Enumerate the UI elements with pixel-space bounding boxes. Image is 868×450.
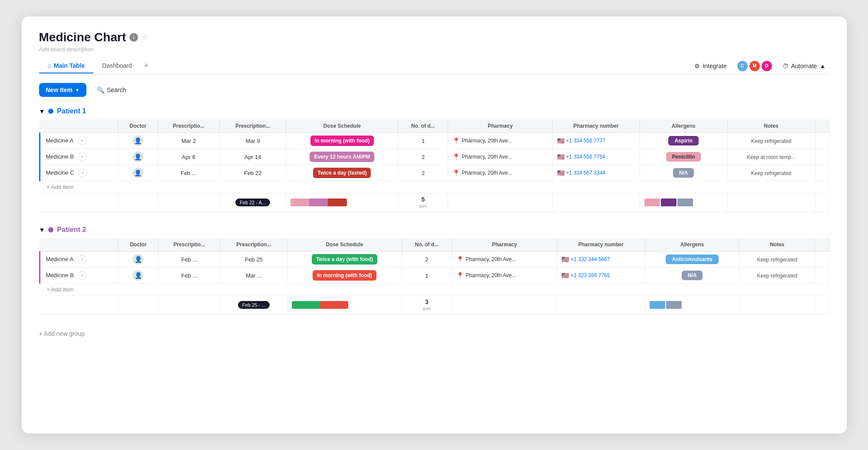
board-description[interactable]: Add board description [39,46,829,53]
cell-phone-patient2-1: 🇺🇸 +1 323 556 7765 [557,268,645,284]
cell-phone-patient1-2: 🇺🇸 +1 334 567 3344 [552,165,640,181]
cell-doctor-patient2-0: 👤 [119,251,158,268]
col-header-patient1-9: Notes [727,119,815,133]
cell-dose-patient2-1[interactable]: In morning (with food) [287,268,402,284]
cell-dose-patient1-0[interactable]: In morning (with food) [286,133,398,149]
cell-name-patient1-1: Medicine B + [40,149,119,165]
phone-link[interactable]: +1 334 567 3344 [566,170,605,176]
add-new-group-button[interactable]: + Add new group [39,328,829,339]
person-icon: 👤 [133,168,143,178]
cell-pharmacy-patient2-0: 📍 Pharmacy, 20th Ave... [452,251,557,268]
cell-notes-patient2-1: Keep refrigerated [739,268,815,284]
cell-doctor-patient2-1: 👤 [119,268,158,284]
add-person-icon[interactable]: + [78,271,86,280]
group-title-patient1: Patient 1 [57,107,86,115]
sum-col-allergen [640,193,727,212]
cell-name-patient2-1: Medicine B + [40,268,119,284]
add-person-icon[interactable]: + [78,152,86,161]
avatar-1: C [737,61,748,71]
add-item-row-patient2[interactable]: + Add Item [40,284,829,296]
col-header-patient1-5: No. of d... [398,119,448,133]
group-color-dot-patient2 [48,227,53,232]
cell-doctor-patient1-1: 👤 [119,149,158,165]
cell-extra-patient1-0 [815,133,829,149]
cell-notes-patient1-0: Keep refrigerated [727,133,815,149]
tab-main-table[interactable]: ⌂ Main Table [39,59,94,73]
add-person-icon[interactable]: + [78,255,86,264]
cell-allergen-patient1-2[interactable]: N/A [640,165,727,181]
sum-label-patient2: sum [422,306,431,311]
cell-numdays-patient1-1: 2 [398,149,448,165]
phone-link[interactable]: +1 323 556 7765 [571,272,610,278]
cell-presc2-patient2-0: Feb 25 [220,251,287,268]
search-button[interactable]: 🔍 Search [92,83,131,97]
info-icon[interactable]: i [129,33,138,42]
tab-dashboard[interactable]: Dashboard [93,59,141,73]
cell-allergen-patient1-1[interactable]: Penicillin [640,149,727,165]
search-label: Search [107,86,126,93]
pharmacy-name: Pharmacy, 20th Ave... [462,170,512,176]
flag-icon: 🇺🇸 [557,137,564,144]
notes-text: Keep refrigerated [751,138,792,144]
add-person-icon[interactable]: + [78,169,87,177]
date-badge-patient2: Feb 25 - ... [238,301,270,309]
add-person-icon[interactable]: + [78,136,86,145]
cell-extra-patient2-0 [815,251,829,268]
group-chevron-patient1[interactable]: ▼ [39,108,45,115]
sum-col-extra [815,296,829,314]
add-item-label-patient1[interactable]: + Add Item [40,181,829,193]
allergen-pill: Aspirin [668,136,698,146]
cell-dose-patient1-2[interactable]: Twice a day (fasted) [286,165,398,181]
cell-presc2-patient1-0: Mar 9 [220,133,286,149]
table-row: Medicine C + 👤Feb ...Feb 22Twice a day (… [40,165,829,181]
sum-col-num: 3 sum [402,296,452,314]
phone-link[interactable]: +1 334 556 7754 [566,154,605,160]
phone-cell: 🇺🇸 +1 334 567 3344 [557,169,635,176]
star-icon[interactable]: ☆ [142,33,149,42]
person-icon: 👤 [133,152,143,162]
col-header-patient2-5: No. of d... [402,238,452,251]
cell-notes-patient2-0: Keep refrigerated [739,251,815,268]
group-header-patient1: ▼ Patient 1 [39,107,829,115]
tabs-bar: ⌂ Main Table Dashboard + ⚙ Integrate C M… [39,58,829,74]
cell-allergen-patient1-0[interactable]: Aspirin [640,133,727,149]
cell-pharmacy-patient1-0: 📍 Pharmacy, 20th Ave... [448,133,552,149]
add-item-row-patient1[interactable]: + Add Item [40,181,829,193]
allergen-pill: Penicillin [666,152,701,162]
cell-allergen-patient2-1[interactable]: N/A [645,268,739,284]
col-header-patient1-4: Dose Schedule [286,119,398,133]
sum-col-extra [815,193,829,212]
col-header-patient1-1: Doctor [119,119,158,133]
automate-button[interactable]: ⏱ Automate ▲ [779,61,829,71]
pharmacy-name: Pharmacy, 20th Ave... [465,256,516,262]
tab-main-table-label: Main Table [54,62,85,69]
cell-allergen-patient2-0[interactable]: Anticonvulsants [645,251,739,268]
col-header-patient1-7: Pharmacy number [552,119,640,133]
flag-icon: 🇺🇸 [561,272,569,279]
add-item-label-patient2[interactable]: + Add Item [40,284,829,296]
cell-dose-patient2-0[interactable]: Twice a day (with food) [287,251,402,268]
location-icon: 📍 [452,169,460,176]
phone-link[interactable]: +1 334 556 7777 [566,138,605,144]
group-header-patient2: ▼ Patient 2 [39,226,829,234]
col-header-patient2-6: Pharmacy [452,238,557,251]
table-row: Medicine A + 👤Mar 2Mar 9In morning (with… [40,133,829,149]
col-header-patient1-extra [815,119,829,133]
group-chevron-patient2[interactable]: ▼ [39,226,45,233]
notes-text: Keep at room temp... [747,154,795,160]
pharmacy-cell: 📍 Pharmacy, 20th Ave... [452,153,548,160]
cell-dose-patient1-1[interactable]: Every 12 hours AM/PM [286,149,398,165]
new-item-button[interactable]: New Item ▼ [39,83,86,97]
pharmacy-cell: 📍 Pharmacy, 20th Ave... [452,169,548,176]
notes-text: Keep refrigerated [757,273,797,279]
integrate-button[interactable]: ⚙ Integrate [691,61,730,71]
sum-label-patient1: sum [419,204,427,208]
cell-extra-patient1-2 [815,165,829,181]
col-header-patient2-1: Doctor [119,238,158,251]
allergen-bars-patient1 [644,199,723,206]
col-header-patient1-6: Pharmacy [448,119,552,133]
tab-add[interactable]: + [141,58,152,74]
medicine-name: Medicine B [46,272,74,278]
phone-link[interactable]: +1 332 344 5667 [571,256,610,262]
sum-col-dose [286,193,398,212]
